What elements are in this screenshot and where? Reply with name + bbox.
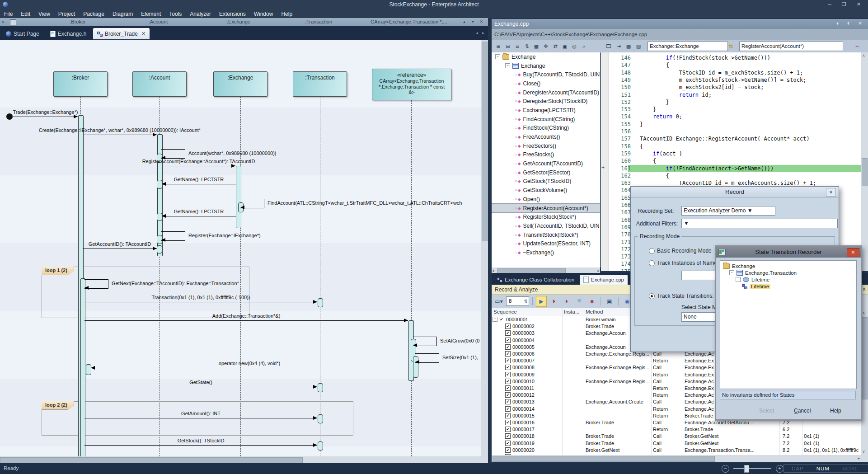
- bottom-tab-exchange-class-collaboration[interactable]: Exchange Class Collaboration: [493, 275, 578, 285]
- tree-expander-icon[interactable]: −: [729, 270, 734, 275]
- class-method-tree[interactable]: −Exchange−Exchange◆Buy(TAccountID, TStoc…: [492, 52, 601, 268]
- track-state-transitions-label[interactable]: Track State Transitions:: [657, 293, 714, 299]
- editor-toolbar-icon-5[interactable]: ✥: [542, 42, 550, 50]
- menu-item-edit[interactable]: Edit: [17, 10, 34, 18]
- tab-start-page[interactable]: Start Page: [2, 28, 43, 39]
- tree-item-deregisteraccount-taccountid-[interactable]: ◆DeregisterAccount(TAccountID): [492, 88, 600, 97]
- toolbar-run-icon[interactable]: ➻: [853, 42, 861, 50]
- record-play-button[interactable]: ▶: [536, 296, 547, 307]
- row-checkbox[interactable]: ✔: [505, 365, 511, 370]
- row-checkbox[interactable]: ✔: [505, 330, 511, 336]
- tab-broker-trade[interactable]: Broker_Trade✕: [93, 28, 150, 39]
- code-line-157[interactable]: TAccountID Exchange::RegisterAccount( Ac…: [601, 135, 861, 142]
- stop-button[interactable]: ■: [586, 296, 597, 307]
- code-line-154[interactable]: return 0;: [601, 113, 861, 120]
- menu-item-view[interactable]: View: [34, 10, 54, 18]
- ra-hscroll-thumb[interactable]: [493, 456, 715, 462]
- str-help-button[interactable]: Help: [830, 408, 841, 414]
- tab-close-icon[interactable]: ✕: [141, 31, 145, 37]
- diagram-horizontal-scrollbar[interactable]: [0, 456, 488, 463]
- menu-item-diagram[interactable]: Diagram: [108, 10, 137, 18]
- editor-vertical-scrollbar[interactable]: ∧: [861, 52, 868, 271]
- additional-filters-combo[interactable]: ▼: [681, 219, 838, 228]
- str-dialog-close-icon[interactable]: ✕: [847, 248, 859, 257]
- editor-toolbar-midicon-0[interactable]: 🗔: [605, 42, 613, 50]
- collapse-up-icon[interactable]: ▴: [461, 19, 468, 25]
- row-checkbox[interactable]: ✔: [499, 317, 504, 322]
- menu-item-help[interactable]: Help: [277, 10, 296, 18]
- ra-hscroll-right-icon[interactable]: ▸: [858, 456, 860, 460]
- table-row[interactable]: ✔00000019Broker.TradeCallBroker.GetNext7…: [492, 440, 861, 447]
- column-header-insta-[interactable]: Insta...: [564, 309, 580, 314]
- swap-function-icon[interactable]: ⇆: [727, 42, 735, 50]
- editor-toolbar-icon-4[interactable]: ▦: [532, 42, 540, 50]
- tree-item-deregisterstock-tstockid-[interactable]: ◆DeregisterStock(TStockID): [492, 97, 600, 106]
- row-checkbox[interactable]: ✔: [505, 392, 511, 398]
- tree-item-getaccount-taccountid-[interactable]: ◆GetAccount(TAccountID): [492, 159, 600, 168]
- code-line-156[interactable]: [601, 128, 861, 135]
- editor-toolbar-icon-3[interactable]: ⇅: [523, 42, 531, 50]
- row-checkbox[interactable]: ✔: [505, 433, 511, 439]
- table-row[interactable]: ✔00000017ReturnBroker.Trade6.2: [492, 426, 861, 433]
- tree-item-exchange-lpctstr-[interactable]: ◆Exchange(LPCTSTR): [492, 106, 600, 115]
- basic-recording-label[interactable]: Basic Recording Mode: [657, 248, 712, 254]
- lifeline-head-exchange[interactable]: :Exchange: [213, 71, 267, 97]
- column-header-method[interactable]: Method: [586, 309, 603, 314]
- tree-item-buy-taccountid-tstockid-uint-[interactable]: ◆Buy(TAccountID, TStockID, UINT): [492, 70, 600, 79]
- basic-recording-radio[interactable]: [649, 248, 655, 254]
- editor-toolbar-icon-7[interactable]: ▣: [561, 42, 569, 50]
- editor-toolbar-icon-8[interactable]: ◎: [570, 42, 578, 50]
- zoom-slider-thumb[interactable]: [744, 465, 749, 473]
- tree-item-registerstock-stock-[interactable]: ◆RegisterStock(Stock*): [492, 212, 600, 221]
- code-line-159[interactable]: if(acct ): [601, 150, 861, 157]
- menu-item-extensions[interactable]: Extensions: [215, 10, 250, 18]
- row-checkbox[interactable]: ✔: [505, 441, 511, 446]
- zoom-in-icon[interactable]: +: [776, 465, 784, 473]
- code-line-160[interactable]: {: [601, 157, 861, 164]
- code-line-162[interactable]: {: [601, 172, 861, 179]
- frame-count-spinner[interactable]: 8⇅: [506, 296, 529, 306]
- tree-item-getstock-tstockid-[interactable]: ◆GetStock(TStockID): [492, 177, 600, 186]
- tree-hscroll-left-icon[interactable]: ◂: [492, 268, 494, 273]
- column-header-sequence[interactable]: Sequence: [493, 309, 517, 314]
- tab-scroll-right-icon[interactable]: ▸: [482, 30, 484, 35]
- row-checkbox[interactable]: ✔: [505, 379, 511, 384]
- track-state-transitions-radio[interactable]: [649, 293, 655, 299]
- editor-vscroll-thumb[interactable]: [862, 158, 868, 186]
- code-line-161[interactable]: if(!FindAccount(acct->GetName())): [628, 165, 861, 172]
- tab-exchange-h[interactable]: Exchange.h: [46, 28, 90, 39]
- editor-toolbar-icon-6[interactable]: ⇄: [551, 42, 559, 50]
- lifeline-head-transaction[interactable]: :Transaction: [293, 71, 347, 97]
- code-line-151[interactable]: return id;: [601, 91, 861, 99]
- row-checkbox[interactable]: ✔: [505, 427, 511, 432]
- ra-vscroll-thumb[interactable]: [862, 317, 868, 399]
- row-checkbox[interactable]: ✔: [505, 351, 511, 357]
- editor-toolbar-midicon-3[interactable]: ▨: [634, 42, 643, 50]
- tree-item-exchange[interactable]: −Exchange: [492, 52, 600, 61]
- row-checkbox[interactable]: ✔: [505, 413, 511, 418]
- code-line-149[interactable]: m_exchStocks[stock->GetName()] = stock;: [601, 76, 861, 84]
- tree-item-transmitstock-istock-[interactable]: ◆TransmitStock(IStock*): [492, 230, 600, 239]
- step-in-button[interactable]: ⏵: [549, 296, 559, 307]
- str-tree-item-lifetime[interactable]: Lifetime: [720, 283, 856, 290]
- toolbar-overflow-chevron[interactable]: »: [2, 19, 5, 24]
- tree-item-sell-taccountid-tstockid-uint-[interactable]: ◆Sell(TAccountID, TStockID, UINT): [492, 221, 600, 230]
- tree-item-updatesector-esector-int-[interactable]: ◆UpdateSector(ESector, INT): [492, 239, 600, 248]
- recording-set-dropdown-icon[interactable]: ▼: [747, 207, 753, 214]
- str-cancel-button[interactable]: Cancel: [794, 408, 811, 414]
- row-checkbox[interactable]: ✔: [505, 324, 511, 329]
- code-line-146[interactable]: if(!FindStock(stock->GetName())): [601, 54, 861, 61]
- menu-item-analyzer[interactable]: Analyzer: [186, 10, 215, 18]
- editor-toolbar-icon-2[interactable]: ≣: [513, 42, 521, 50]
- editor-toolbar-icon-1[interactable]: ⊟: [504, 42, 512, 50]
- str-state-machine-tree[interactable]: Exchange−Exchange.Transaction−LifetimeLi…: [720, 260, 857, 389]
- step-out-button[interactable]: ⏵: [561, 296, 572, 307]
- lifeline-head-carray-reference[interactable]: «reference»CArray<Exchange.Transaction*,…: [372, 69, 451, 100]
- tree-item-exchange[interactable]: −Exchange: [492, 61, 600, 70]
- function-combo-left[interactable]: Exchange::Exchange: [647, 42, 728, 51]
- str-select-button[interactable]: Select: [759, 408, 774, 414]
- copy-button[interactable]: ▣: [604, 296, 615, 307]
- tree-item-open-[interactable]: ◆Open(): [492, 195, 600, 204]
- ra-horizontal-scrollbar[interactable]: ▸: [492, 455, 861, 462]
- tree-expander-icon[interactable]: −: [736, 277, 741, 282]
